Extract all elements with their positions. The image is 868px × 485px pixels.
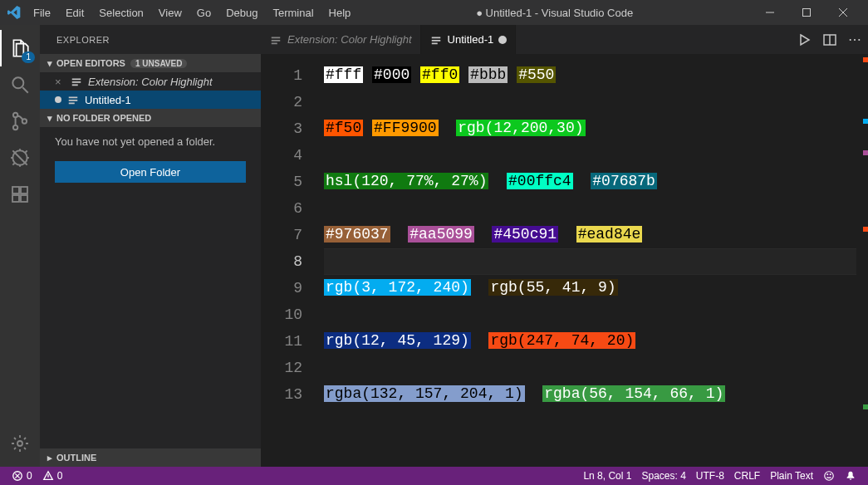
line-number: 10 bbox=[261, 301, 324, 328]
svg-rect-21 bbox=[69, 103, 75, 105]
svg-rect-24 bbox=[272, 42, 277, 44]
status-lncol[interactable]: Ln 8, Col 1 bbox=[578, 470, 636, 482]
notifications-bell-icon[interactable] bbox=[840, 470, 861, 482]
code-line[interactable]: rgba(132, 157, 204, 1) rgba(56, 154, 66,… bbox=[324, 381, 868, 408]
code-line[interactable]: #fff #000 #ff0 #bbb #550 bbox=[324, 62, 868, 89]
menu-view[interactable]: View bbox=[152, 3, 189, 22]
line-number: 6 bbox=[261, 195, 324, 222]
window-title: ● Untitled-1 - Visual Studio Code bbox=[357, 7, 752, 19]
svg-rect-16 bbox=[72, 79, 81, 81]
line-number: 1 bbox=[261, 62, 324, 89]
code-line[interactable] bbox=[324, 248, 868, 275]
menu-go[interactable]: Go bbox=[190, 3, 218, 22]
svg-point-36 bbox=[830, 474, 831, 475]
vertical-scrollbar[interactable] bbox=[856, 54, 868, 467]
color-token: #f50 bbox=[324, 120, 363, 136]
code-content[interactable]: #fff #000 #ff0 #bbb #550#f50 #FF9900 rgb… bbox=[324, 54, 868, 467]
scroll-marker bbox=[863, 57, 868, 62]
line-gutter: 12345678910111213 bbox=[261, 54, 324, 467]
open-editor-item[interactable]: Untitled-1 bbox=[40, 91, 261, 109]
open-folder-button[interactable]: Open Folder bbox=[55, 161, 246, 183]
menu-selection[interactable]: Selection bbox=[92, 3, 150, 22]
color-token: #fff bbox=[324, 66, 363, 83]
menu-file[interactable]: File bbox=[27, 3, 57, 22]
editor-area: Extension: Color Highlight Untitled-1 ⋯ … bbox=[261, 25, 868, 467]
scroll-marker bbox=[863, 404, 868, 409]
outline-header[interactable]: ▸ OUTLINE bbox=[40, 448, 261, 467]
svg-line-5 bbox=[22, 87, 28, 93]
close-icon[interactable]: × bbox=[55, 76, 65, 88]
svg-rect-22 bbox=[272, 37, 281, 38]
svg-rect-19 bbox=[69, 97, 78, 99]
minimize-button[interactable] bbox=[752, 0, 788, 25]
extensions-icon[interactable] bbox=[0, 176, 40, 213]
svg-rect-18 bbox=[72, 85, 78, 86]
code-line[interactable]: hsl(120, 77%, 27%) #00ffc4 #07687b bbox=[324, 169, 868, 195]
code-line[interactable]: rgb(3, 172, 240) rgb(55, 41, 9) bbox=[324, 275, 868, 301]
line-number: 13 bbox=[261, 381, 324, 408]
minimap[interactable] bbox=[810, 54, 856, 419]
line-number: 11 bbox=[261, 328, 324, 355]
status-spaces[interactable]: Spaces: 4 bbox=[636, 470, 690, 482]
close-button[interactable] bbox=[825, 0, 861, 25]
svg-point-4 bbox=[12, 77, 23, 88]
text-editor[interactable]: 12345678910111213 #fff #000 #ff0 #bbb #5… bbox=[261, 54, 868, 467]
color-token: rgb(12, 45, 129) bbox=[324, 332, 471, 349]
svg-point-34 bbox=[825, 472, 834, 481]
no-folder-label: NO FOLDER OPENED bbox=[56, 113, 151, 123]
svg-rect-26 bbox=[431, 40, 440, 42]
code-line[interactable] bbox=[324, 89, 868, 115]
color-token: #ff0 bbox=[420, 66, 459, 83]
status-encoding[interactable]: UTF-8 bbox=[691, 470, 729, 482]
color-token: rgba(56, 154, 66, 1) bbox=[542, 385, 725, 402]
line-number: 5 bbox=[261, 169, 324, 195]
color-token: #ead84e bbox=[576, 226, 643, 242]
feedback-smiley-icon[interactable] bbox=[818, 470, 840, 482]
search-icon[interactable] bbox=[0, 66, 40, 103]
open-editor-item[interactable]: × Extension: Color Highlight bbox=[40, 72, 261, 91]
code-line[interactable] bbox=[324, 142, 868, 169]
outline-label: OUTLINE bbox=[56, 453, 96, 463]
code-line[interactable] bbox=[324, 355, 868, 381]
explorer-icon[interactable]: 1 bbox=[0, 30, 40, 66]
tab-actions: ⋯ bbox=[792, 25, 868, 54]
color-token: #FF9900 bbox=[372, 120, 439, 136]
status-eol[interactable]: CRLF bbox=[729, 470, 765, 482]
split-editor-icon[interactable] bbox=[823, 33, 836, 47]
code-line[interactable]: rgb(12, 45, 129) rgb(247, 74, 20) bbox=[324, 328, 868, 355]
source-control-icon[interactable] bbox=[0, 103, 40, 140]
more-icon[interactable]: ⋯ bbox=[848, 32, 861, 47]
no-folder-message: You have not yet opened a folder. bbox=[40, 127, 261, 156]
maximize-button[interactable] bbox=[788, 0, 825, 25]
activity-bar: 1 bbox=[0, 25, 40, 467]
svg-rect-11 bbox=[12, 187, 19, 194]
open-editors-list: × Extension: Color Highlight Untitled-1 bbox=[40, 72, 261, 109]
code-line[interactable]: #f50 #FF9900 rgb(12,200,30) bbox=[324, 115, 868, 142]
code-line[interactable] bbox=[324, 195, 868, 222]
file-icon bbox=[70, 76, 83, 87]
svg-line-10 bbox=[15, 153, 26, 164]
open-editors-header[interactable]: ▾ OPEN EDITORS 1 UNSAVED bbox=[40, 54, 261, 72]
code-line[interactable]: #976037 #aa5099 #450c91 #ead84e bbox=[324, 222, 868, 248]
chevron-right-icon: ▸ bbox=[43, 453, 56, 463]
settings-gear-icon[interactable] bbox=[0, 425, 40, 462]
svg-rect-27 bbox=[431, 42, 437, 44]
status-warnings[interactable]: 0 bbox=[37, 470, 68, 482]
color-token: #07687b bbox=[591, 173, 657, 189]
menu-debug[interactable]: Debug bbox=[219, 3, 264, 22]
editor-tab[interactable]: Untitled-1 bbox=[421, 25, 517, 54]
editor-tab[interactable]: Extension: Color Highlight bbox=[261, 25, 421, 54]
status-language[interactable]: Plain Text bbox=[765, 470, 818, 482]
menu-terminal[interactable]: Terminal bbox=[266, 3, 320, 22]
menu-edit[interactable]: Edit bbox=[59, 3, 91, 22]
code-line[interactable] bbox=[324, 301, 868, 328]
tab-label: Extension: Color Highlight bbox=[287, 33, 412, 46]
color-token: #000 bbox=[372, 66, 411, 83]
svg-rect-17 bbox=[72, 81, 81, 83]
menu-help[interactable]: Help bbox=[322, 3, 358, 22]
no-folder-header[interactable]: ▾ NO FOLDER OPENED bbox=[40, 109, 261, 127]
line-number: 7 bbox=[261, 222, 324, 248]
status-errors[interactable]: 0 bbox=[7, 470, 37, 482]
run-icon[interactable] bbox=[798, 33, 812, 47]
debug-icon[interactable] bbox=[0, 140, 40, 176]
